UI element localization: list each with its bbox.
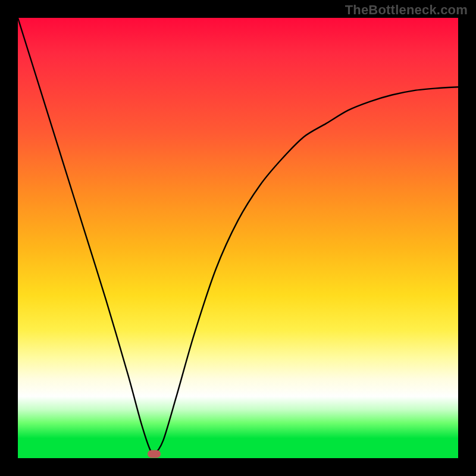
curve-svg	[18, 18, 458, 458]
bottleneck-curve	[18, 18, 458, 454]
plot-area	[18, 18, 458, 458]
watermark-text: TheBottleneck.com	[345, 2, 468, 18]
min-marker	[148, 450, 161, 458]
chart-frame: TheBottleneck.com	[0, 0, 476, 476]
